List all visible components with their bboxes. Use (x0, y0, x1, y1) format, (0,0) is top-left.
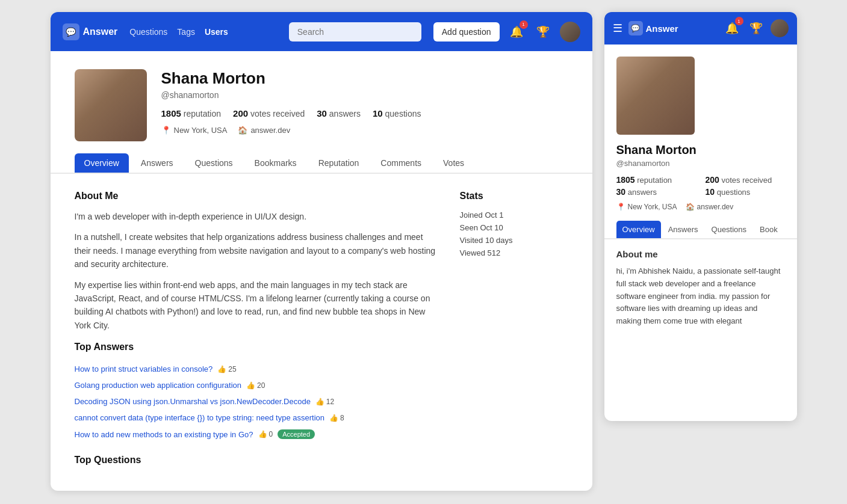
overlay-notification-button[interactable]: 🔔 1 (722, 19, 742, 38)
vote-count-4: 👍 8 (329, 414, 344, 422)
thumbs-up-icon: 👍 (246, 381, 255, 390)
overlay-about-text: hi, i'm Abhishek Naidu, a passionate sel… (616, 265, 785, 328)
overlay-tab-book[interactable]: Book (754, 221, 784, 238)
stat-reputation: 1805 reputation (161, 108, 222, 118)
answer-link-3[interactable]: Decoding JSON using json.Unmarshal vs js… (75, 397, 311, 406)
trophy-button[interactable]: 🏆 (533, 22, 553, 41)
stat-votes: 200 votes received (233, 108, 305, 118)
tab-comments[interactable]: Comments (371, 153, 431, 173)
profile-tabs: Overview Answers Questions Bookmarks Rep… (51, 141, 592, 174)
answer-item: Decoding JSON using json.Unmarshal vs js… (75, 393, 436, 410)
notification-badge: 1 (520, 20, 528, 29)
brand-label: Answer (83, 26, 118, 37)
answer-item: How to print struct variables in console… (75, 361, 436, 377)
tab-bookmarks[interactable]: Bookmarks (245, 153, 306, 173)
vote-count-1: 👍 25 (217, 365, 236, 373)
answers-list: How to print struct variables in console… (75, 361, 436, 443)
tab-reputation[interactable]: Reputation (309, 153, 369, 173)
overlay-stat-votes: 200 votes received (706, 175, 785, 185)
navbar: 💬 Answer Questions Tags Users Add questi… (51, 12, 592, 51)
profile-meta: 📍 New York, USA 🏠 answer.dev (161, 126, 568, 135)
profile-handle: @shanamorton (161, 90, 568, 100)
tab-questions[interactable]: Questions (185, 153, 243, 173)
overlay-tab-overview[interactable]: Overview (616, 221, 661, 238)
location-icon: 📍 (161, 126, 171, 135)
overlay-tab-questions[interactable]: Questions (706, 221, 753, 238)
profile-stats: 1805 reputation 200 votes received 30 an… (161, 108, 568, 118)
add-question-button[interactable]: Add question (433, 22, 500, 41)
vote-count-2: 👍 20 (246, 381, 265, 390)
answer-link-4[interactable]: cannot convert data (type interface {}) … (75, 413, 325, 422)
about-paragraph-1: I'm a web developer with in-depth experi… (75, 210, 436, 223)
hamburger-icon[interactable]: ☰ (613, 22, 622, 35)
overlay-profile-name: Shana Morton (616, 143, 785, 157)
overlay-profile: Shana Morton @shanamorton 1805 reputatio… (604, 45, 797, 211)
main-card: 💬 Answer Questions Tags Users Add questi… (51, 12, 592, 491)
overlay-about: About me hi, i'm Abhishek Naidu, a passi… (604, 239, 797, 337)
overlay-meta: 📍 New York, USA 🏠 answer.dev (616, 203, 785, 211)
profile-avatar (75, 69, 147, 141)
overlay-tab-answers[interactable]: Answers (662, 221, 704, 238)
stats-title: Stats (460, 191, 568, 201)
tab-overview[interactable]: Overview (75, 153, 129, 173)
profile-info: Shana Morton @shanamorton 1805 reputatio… (161, 69, 568, 135)
overlay-about-title: About me (616, 249, 785, 259)
thumbs-up-icon: 👍 (329, 414, 338, 422)
overlay-user-avatar[interactable] (771, 19, 789, 37)
tab-votes[interactable]: Votes (433, 153, 474, 173)
top-answers-title: Top Answers (75, 342, 436, 352)
stat-answers: 30 answers (317, 108, 361, 118)
answer-link-5[interactable]: How to add new methods to an existing ty… (75, 430, 253, 439)
search-input[interactable] (289, 22, 421, 41)
accepted-badge: Accepted (278, 429, 315, 439)
main-content: About Me I'm a web developer with in-dep… (75, 191, 436, 474)
notification-button[interactable]: 🔔 1 (507, 22, 526, 41)
answer-item: How to add new methods to an existing ty… (75, 426, 436, 443)
overlay-navbar: ☰ 💬 Answer 🔔 1 🏆 (604, 12, 797, 45)
overlay-icons: 🔔 1 🏆 (722, 19, 789, 38)
answer-item: cannot convert data (type interface {}) … (75, 410, 436, 426)
overlay-brand-label: Answer (646, 23, 678, 34)
overlay-meta-location: 📍 New York, USA (616, 203, 677, 211)
overlay-location-icon: 📍 (616, 203, 625, 211)
trophy-icon: 🏆 (536, 25, 550, 38)
overlay-stat-questions: 10 questions (706, 187, 785, 197)
nav-tags[interactable]: Tags (177, 27, 195, 37)
overlay-profile-avatar (616, 57, 695, 135)
brand-icon: 💬 (63, 23, 79, 40)
profile-name: Shana Morton (161, 69, 568, 88)
about-paragraph-2: In a nutshell, I create websites that he… (75, 230, 436, 271)
navbar-actions: Add question 🔔 1 🏆 (433, 22, 580, 42)
brand: 💬 Answer (63, 23, 118, 40)
overlay-trophy-button[interactable]: 🏆 (746, 19, 766, 38)
overlay-profile-handle: @shanamorton (616, 159, 785, 168)
overlay-brand: 💬 Answer (628, 21, 716, 35)
website-icon: 🏠 (238, 126, 247, 135)
overlay-card: ☰ 💬 Answer 🔔 1 🏆 (604, 12, 797, 421)
stat-visited: Visited 10 days (460, 234, 568, 247)
thumbs-up-icon: 👍 (315, 398, 324, 406)
tab-answers[interactable]: Answers (131, 153, 183, 173)
overlay-stat-reputation: 1805 reputation (616, 175, 696, 185)
content-area: About Me I'm a web developer with in-dep… (51, 174, 592, 491)
vote-count-5: 👍 0 (258, 430, 273, 438)
stat-joined: Joined Oct 1 (460, 209, 568, 221)
meta-website: 🏠 answer.dev (238, 126, 290, 135)
thumbs-up-icon: 👍 (217, 365, 226, 373)
overlay-brand-icon: 💬 (628, 21, 643, 35)
answer-link-1[interactable]: How to print struct variables in console… (75, 364, 213, 373)
answer-link-2[interactable]: Golang production web application config… (75, 381, 242, 390)
meta-location: 📍 New York, USA (161, 126, 228, 135)
user-avatar[interactable] (560, 22, 580, 42)
profile-section: Shana Morton @shanamorton 1805 reputatio… (51, 51, 592, 141)
nav-questions[interactable]: Questions (129, 27, 167, 37)
vote-count-3: 👍 12 (315, 398, 334, 406)
overlay-notification-badge: 1 (735, 17, 743, 25)
overlay-tabs: Overview Answers Questions Book (604, 221, 797, 239)
stat-viewed: Viewed 512 (460, 247, 568, 259)
about-me-title: About Me (75, 191, 436, 201)
about-paragraph-3: My expertise lies within front-end web a… (75, 278, 436, 333)
nav-users[interactable]: Users (205, 27, 228, 37)
overlay-trophy-icon: 🏆 (749, 22, 763, 35)
thumbs-up-icon: 👍 (258, 430, 267, 438)
